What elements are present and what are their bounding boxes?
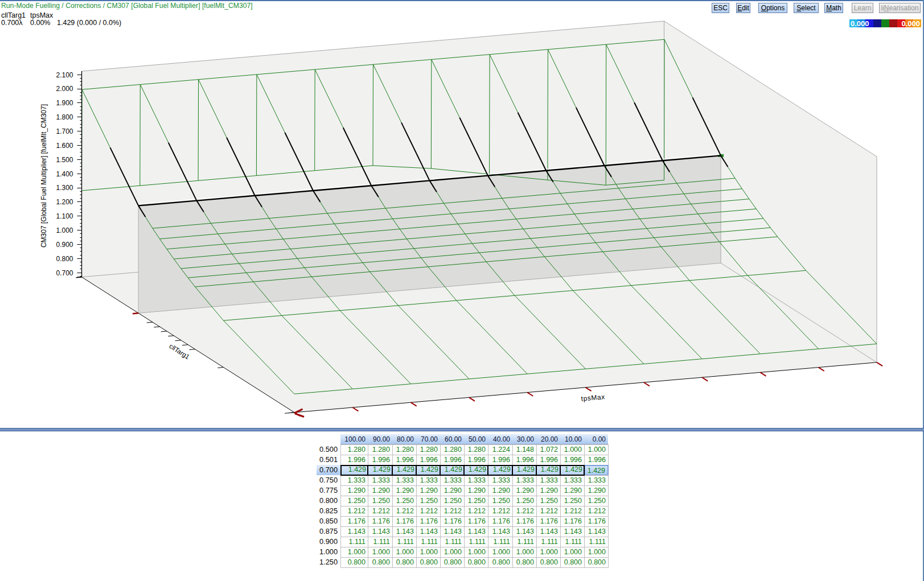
svg-text:CM307 [Global Fuel Multiplier]: CM307 [Global Fuel Multiplier] [fuelMlt_… <box>40 104 48 248</box>
svg-text:1.200: 1.200 <box>56 198 73 206</box>
svg-text:2.000: 2.000 <box>56 85 73 93</box>
svg-text:0.800: 0.800 <box>56 255 73 263</box>
svg-text:1.800: 1.800 <box>56 113 73 121</box>
svg-text:1.900: 1.900 <box>56 99 73 107</box>
svg-text:0.900: 0.900 <box>56 241 73 249</box>
svg-text:1.000: 1.000 <box>56 226 73 234</box>
svg-text:1.500: 1.500 <box>56 156 73 164</box>
svg-text:1.600: 1.600 <box>56 142 73 150</box>
svg-text:1.300: 1.300 <box>56 184 73 192</box>
svg-text:2.100: 2.100 <box>56 71 73 79</box>
svg-text:1.100: 1.100 <box>56 212 73 220</box>
svg-text:1.400: 1.400 <box>56 170 73 178</box>
svg-text:1.700: 1.700 <box>56 127 73 135</box>
svg-text:tpsMax: tpsMax <box>581 393 605 403</box>
svg-text:0.700: 0.700 <box>56 269 73 277</box>
svg-text:cllTarg1: cllTarg1 <box>168 343 191 360</box>
